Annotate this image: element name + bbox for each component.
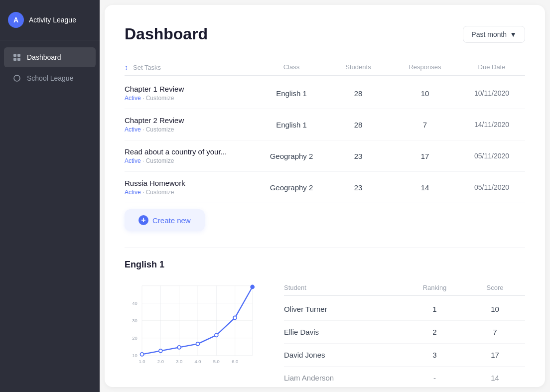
english-section: English 1	[125, 247, 525, 387]
english-section-title: English 1	[125, 260, 525, 270]
svg-text:1.0: 1.0	[139, 359, 145, 364]
sidebar: A Activity League Dashboard School Leag	[0, 0, 100, 392]
svg-text:40: 40	[132, 301, 137, 306]
task-class: English 1	[258, 121, 325, 129]
table-row: Chapter 2 Review Active · Customize Engl…	[125, 109, 525, 140]
lb-ranking: 3	[405, 351, 465, 359]
svg-point-4	[14, 75, 20, 81]
task-responses: 14	[392, 183, 458, 192]
svg-point-33	[251, 285, 254, 288]
customize-link[interactable]: Customize	[146, 157, 174, 164]
leaderboard-row: Ellie Davis 2 7	[284, 321, 525, 344]
active-link[interactable]: Active	[125, 126, 141, 133]
customize-link[interactable]: Customize	[146, 189, 174, 196]
svg-point-29	[177, 346, 181, 349]
svg-point-32	[233, 316, 237, 319]
lb-ranking: 2	[405, 328, 465, 336]
task-students: 23	[325, 183, 392, 192]
task-students: 23	[325, 152, 392, 160]
svg-text:30: 30	[132, 318, 137, 323]
english-leaderboard: Student Ranking Score Oliver Turner 1 10…	[284, 280, 525, 387]
leaderboard-header: Student Ranking Score	[284, 280, 525, 296]
customize-link[interactable]: Customize	[146, 126, 174, 133]
task-meta: Active · Customize	[125, 95, 258, 102]
svg-rect-0	[13, 54, 16, 57]
svg-point-31	[215, 333, 218, 337]
lb-ranking: -	[405, 374, 465, 382]
task-students: 28	[325, 121, 392, 129]
col-responses: Responses	[392, 63, 458, 71]
col-set-tasks: ↕ Set Tasks	[125, 63, 258, 71]
task-name: Russia Homework	[125, 179, 258, 187]
svg-text:20: 20	[132, 336, 137, 341]
english-content: 10 20 30 40 1.0 2.0 3.0 4.0 5.0 6.0	[125, 280, 525, 387]
svg-text:2.0: 2.0	[157, 359, 164, 364]
task-due-date: 05/11/2020	[458, 152, 525, 160]
col-class: Class	[258, 63, 325, 71]
lb-student: Ellie Davis	[284, 328, 405, 336]
sidebar-nav: Dashboard School League	[0, 40, 100, 95]
task-due-date: 14/11/2020	[458, 121, 525, 129]
customize-link[interactable]: Customize	[146, 95, 174, 102]
task-meta: Active · Customize	[125, 157, 258, 164]
lb-student: David Jones	[284, 351, 405, 359]
create-new-button[interactable]: + Create new	[125, 209, 205, 231]
lb-student: Liam Anderson	[284, 374, 405, 382]
svg-text:3.0: 3.0	[176, 359, 182, 364]
leaderboard-row: Liam Anderson - 14	[284, 367, 525, 387]
svg-text:6.0: 6.0	[232, 359, 238, 364]
svg-text:5.0: 5.0	[213, 359, 220, 364]
sidebar-item-dashboard[interactable]: Dashboard	[4, 47, 96, 67]
svg-text:4.0: 4.0	[195, 359, 201, 364]
leaderboard-row: David Jones 3 17	[284, 344, 525, 367]
lb-score: 14	[465, 374, 525, 382]
sidebar-item-school-league[interactable]: School League	[4, 68, 96, 88]
col-students: Students	[325, 63, 392, 71]
lb-ranking: 1	[405, 305, 465, 313]
plus-icon: +	[138, 215, 148, 225]
active-link[interactable]: Active	[125, 95, 141, 102]
task-name: Chapter 1 Review	[125, 85, 258, 93]
lb-student: Oliver Turner	[284, 305, 405, 313]
period-selector-button[interactable]: Past month ▼	[463, 26, 525, 43]
task-responses: 17	[392, 152, 458, 160]
lb-col-ranking: Ranking	[405, 284, 465, 291]
table-row: Chapter 1 Review Active · Customize Engl…	[125, 78, 525, 109]
english-chart: 10 20 30 40 1.0 2.0 3.0 4.0 5.0 6.0	[125, 280, 264, 375]
col-due-date: Due Date	[458, 63, 525, 71]
sidebar-item-school-league-label: School League	[27, 74, 73, 82]
task-info: Chapter 1 Review Active · Customize	[125, 85, 258, 102]
task-name: Chapter 2 Review	[125, 116, 258, 125]
svg-point-28	[159, 349, 162, 353]
task-meta: Active · Customize	[125, 126, 258, 133]
svg-text:10: 10	[132, 353, 137, 358]
period-label: Past month	[471, 30, 507, 38]
page-header: Dashboard Past month ▼	[125, 25, 525, 43]
lb-score: 7	[465, 328, 525, 336]
lb-score: 17	[465, 351, 525, 359]
sidebar-item-dashboard-label: Dashboard	[27, 53, 61, 61]
leaderboard-row: Oliver Turner 1 10	[284, 298, 525, 321]
active-link[interactable]: Active	[125, 189, 141, 196]
task-meta: Active · Customize	[125, 189, 258, 196]
svg-rect-1	[17, 54, 20, 57]
app-title: Activity League	[29, 16, 76, 24]
task-due-date: 10/11/2020	[458, 89, 525, 97]
sidebar-header: A Activity League	[0, 0, 100, 40]
lb-col-student: Student	[284, 284, 405, 291]
task-class: Geography 2	[258, 183, 325, 192]
task-responses: 7	[392, 121, 458, 129]
active-link[interactable]: Active	[125, 157, 141, 164]
page-title: Dashboard	[125, 25, 208, 43]
task-name: Read about a country of your...	[125, 147, 258, 156]
grid-icon	[12, 52, 22, 62]
line-chart-svg: 10 20 30 40 1.0 2.0 3.0 4.0 5.0 6.0	[125, 280, 264, 373]
task-due-date: 05/11/2020	[458, 183, 525, 191]
chevron-down-icon: ▼	[510, 30, 517, 38]
task-info: Chapter 2 Review Active · Customize	[125, 116, 258, 133]
app-logo: A	[8, 12, 24, 28]
task-responses: 10	[392, 89, 458, 98]
sort-icon: ↕	[125, 63, 128, 71]
table-row: Russia Homework Active · Customize Geogr…	[125, 172, 525, 203]
tasks-table-header: ↕ Set Tasks Class Students Responses Due…	[125, 59, 525, 76]
